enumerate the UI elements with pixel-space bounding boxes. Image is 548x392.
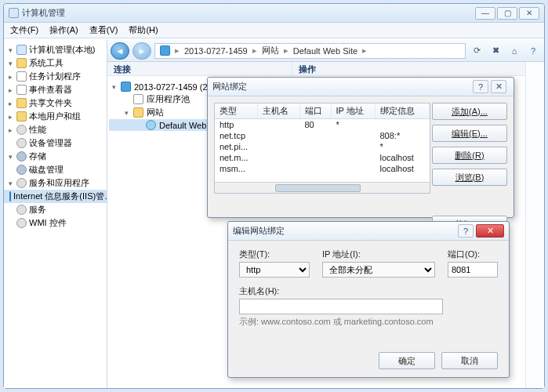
browse-binding-button[interactable]: 浏览(B)	[432, 169, 507, 186]
nav-back-button[interactable]: ◄	[111, 42, 129, 60]
tree-root[interactable]: ▾计算机管理(本地)	[4, 43, 107, 56]
table-row[interactable]: http80*	[215, 119, 430, 131]
tree-disk[interactable]: 磁盘管理	[4, 163, 107, 176]
col-host[interactable]: 主机名	[257, 103, 299, 119]
cancel-button[interactable]: 取消	[441, 352, 498, 369]
menu-help[interactable]: 帮助(H)	[129, 24, 158, 36]
actions-label: 操作	[292, 62, 544, 75]
bindings-titlebar[interactable]: 网站绑定 ? ✕	[208, 78, 514, 96]
bindings-help-button[interactable]: ?	[473, 80, 488, 93]
bindings-dialog: 网站绑定 ? ✕ 类型 主机名 端口 IP 地址 绑定信息 http80*net…	[207, 77, 514, 218]
tree-event[interactable]: ▸事件查看器	[4, 83, 107, 96]
nav-forward-button[interactable]: ►	[132, 42, 151, 60]
host-hint: 示例: www.contoso.com 或 marketing.contoso.…	[228, 314, 509, 329]
refresh-icon[interactable]: ⟳	[469, 43, 484, 59]
type-label: 类型(T):	[239, 249, 310, 260]
menu-action[interactable]: 操作(A)	[49, 24, 78, 36]
edit-titlebar[interactable]: 编辑网站绑定 ? ✕	[228, 222, 509, 241]
col-type[interactable]: 类型	[215, 103, 257, 119]
crumb-server[interactable]: 2013-0727-1459	[184, 46, 248, 56]
edit-help-button[interactable]: ?	[458, 224, 474, 238]
table-row[interactable]: net.m...localhost	[215, 152, 430, 163]
port-input[interactable]	[448, 262, 498, 278]
help-icon[interactable]: ?	[525, 43, 541, 59]
table-row[interactable]: net.tcp808:*	[215, 130, 430, 141]
col-port[interactable]: 端口	[299, 103, 331, 119]
table-row[interactable]: net.pi...*	[215, 141, 430, 152]
tree-wmi[interactable]: WMI 控件	[4, 216, 107, 230]
iis-navbar: ◄ ► ▸ 2013-0727-1459 ▸ 网站 ▸ Default Web …	[107, 40, 544, 62]
home-icon[interactable]: ⌂	[506, 43, 522, 59]
app-icon	[9, 8, 19, 18]
maximize-button[interactable]: ▢	[497, 7, 517, 20]
tree-systools[interactable]: ▾系统工具	[4, 56, 107, 70]
edit-binding-dialog: 编辑网站绑定 ? ✕ 类型(T): http IP 地址(I): 全部未分配 端…	[227, 221, 510, 378]
crumb-default[interactable]: Default Web Site	[293, 46, 357, 56]
close-button[interactable]: ✕	[519, 7, 539, 20]
type-select[interactable]: http	[239, 262, 310, 278]
remove-binding-button[interactable]: 删除(R)	[432, 147, 507, 164]
minimize-button[interactable]: —	[475, 7, 495, 20]
connections-label: 连接	[107, 62, 292, 75]
scrollbar-thumb[interactable]	[275, 184, 361, 192]
tree-shared[interactable]: ▸共享文件夹	[4, 96, 107, 110]
subheader: 连接 操作	[107, 62, 544, 76]
mmc-tree[interactable]: ▾计算机管理(本地) ▾系统工具 ▸任务计划程序 ▸事件查看器 ▸共享文件夹 ▸…	[4, 40, 107, 388]
ip-label: IP 地址(I):	[322, 249, 435, 260]
ok-button[interactable]: 确定	[379, 352, 435, 369]
tree-services[interactable]: 服务	[4, 203, 107, 216]
edit-title: 编辑网站绑定	[233, 225, 285, 237]
host-label: 主机名(H):	[239, 285, 498, 297]
stop-icon[interactable]: ✖	[488, 43, 503, 59]
host-input[interactable]	[239, 299, 443, 314]
menu-file[interactable]: 文件(F)	[10, 24, 38, 36]
server-icon	[160, 45, 170, 56]
edit-binding-button[interactable]: 编辑(E)...	[432, 125, 507, 142]
actions-pane	[525, 62, 544, 388]
port-label: 端口(O):	[448, 249, 498, 260]
edit-close-x[interactable]: ✕	[476, 224, 504, 238]
menubar: 文件(F) 操作(A) 查看(V) 帮助(H)	[4, 23, 544, 38]
table-row[interactable]: msm...localhost	[215, 163, 430, 174]
breadcrumb[interactable]: ▸ 2013-0727-1459 ▸ 网站 ▸ Default Web Site…	[154, 43, 466, 59]
tree-services-apps[interactable]: ▾服务和应用程序	[4, 176, 107, 190]
menu-view[interactable]: 查看(V)	[89, 24, 118, 36]
tree-task[interactable]: ▸任务计划程序	[4, 70, 107, 83]
bindings-close-x[interactable]: ✕	[491, 80, 506, 93]
tree-users[interactable]: ▸本地用户和组	[4, 110, 107, 123]
tree-devmgr[interactable]: 设备管理器	[4, 136, 107, 150]
add-binding-button[interactable]: 添加(A)...	[432, 103, 507, 120]
window-title: 计算机管理	[22, 7, 65, 19]
titlebar[interactable]: 计算机管理 — ▢ ✕	[4, 4, 544, 23]
col-ip[interactable]: IP 地址	[331, 103, 375, 119]
col-info[interactable]: 绑定信息	[375, 103, 430, 119]
bindings-table[interactable]: 类型 主机名 端口 IP 地址 绑定信息 http80*net.tcp808:*…	[214, 103, 430, 194]
crumb-sites[interactable]: 网站	[262, 45, 279, 56]
ip-select[interactable]: 全部未分配	[322, 262, 435, 278]
tree-storage[interactable]: ▾存储	[4, 150, 107, 163]
tree-perf[interactable]: ▸性能	[4, 123, 107, 136]
tree-iis[interactable]: Internet 信息服务(IIS)管…	[4, 190, 107, 203]
bindings-hscrollbar[interactable]	[215, 182, 430, 193]
bindings-title: 网站绑定	[212, 81, 247, 93]
